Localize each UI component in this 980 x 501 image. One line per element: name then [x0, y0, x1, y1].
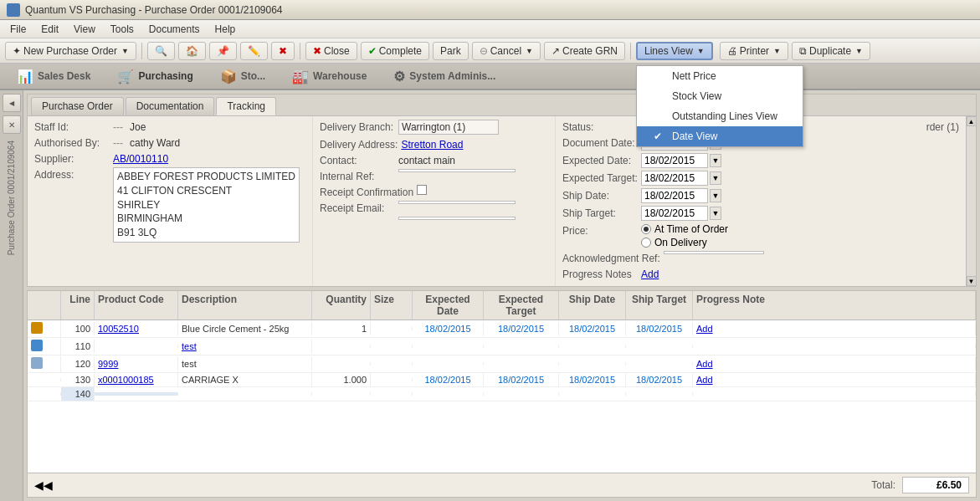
lines-view-stock-view[interactable]: Stock View [637, 86, 803, 106]
row1-expdate[interactable]: 18/02/2015 [413, 322, 484, 335]
price-at-time-option[interactable]: At Time of Order [641, 223, 728, 235]
sidebar-nav-close[interactable]: ✕ [3, 115, 21, 134]
lines-view-nett-price[interactable]: Nett Price [637, 66, 803, 86]
row1-size [371, 327, 413, 330]
grn-label: Create GRN [562, 45, 618, 57]
menu-edit[interactable]: Edit [34, 22, 65, 37]
system-admin-icon: ⚙ [393, 69, 405, 84]
menu-bar: File Edit View Tools Documents Help [0, 20, 980, 38]
receipt-confirmation-checkbox[interactable] [417, 185, 427, 195]
internal-ref-input[interactable] [398, 169, 516, 172]
row1-note[interactable]: Add [693, 322, 976, 335]
auth-code: --- [113, 135, 123, 149]
row4-shiptgt[interactable]: 18/02/2015 [626, 373, 693, 386]
park-button[interactable]: Park [433, 42, 469, 60]
complete-button[interactable]: ✔ Complete [361, 42, 429, 60]
nav-purchasing[interactable]: 🛒 Purchasing [104, 64, 206, 89]
side-panel: ◀ ✕ Purchase Order 0001/2109064 [0, 90, 23, 501]
row2-qty [312, 345, 371, 348]
address-row: Address: ABBEY FOREST PRODUCTS LIMITED 4… [34, 167, 305, 243]
scrollbar-up[interactable]: ▲ [967, 116, 977, 126]
price-on-delivery-radio[interactable] [641, 238, 651, 248]
row1-shiptgt[interactable]: 18/02/2015 [626, 322, 693, 335]
sidebar-nav-prev[interactable]: ◀ [3, 94, 21, 112]
price-at-time-radio[interactable] [641, 224, 651, 234]
search-icon[interactable] [31, 322, 43, 334]
nav-stock[interactable]: 📦 Sto... [207, 64, 279, 89]
tab-purchase-order[interactable]: Purchase Order [31, 97, 124, 115]
menu-tools[interactable]: Tools [104, 22, 141, 37]
info-icon[interactable] [31, 357, 43, 369]
supplier-link[interactable]: AB/0010110 [113, 151, 168, 165]
side-panel-label: Purchase Order 0001/2109064 [7, 141, 16, 255]
expected-target-picker[interactable]: ▼ [710, 171, 721, 185]
row3-size [371, 362, 413, 366]
row1-exptgt[interactable]: 18/02/2015 [484, 322, 559, 335]
pin-button[interactable]: 📌 [209, 42, 237, 60]
scrollbar-down[interactable]: ▼ [967, 276, 977, 286]
menu-documents[interactable]: Documents [142, 22, 207, 37]
expected-target-row: Expected Target: 18/02/2015 ▼ [562, 171, 959, 186]
receipt-email-input[interactable] [398, 201, 516, 204]
row3-exptgt [484, 362, 559, 366]
table-nav-left[interactable]: ◀◀ [34, 478, 53, 492]
ship-target-picker[interactable]: ▼ [710, 207, 721, 220]
row3-product[interactable]: 9999 [95, 357, 178, 371]
nav-sales-desk[interactable]: 📊 Sales Desk [3, 64, 104, 89]
warehouse-label: Warehouse [313, 70, 367, 82]
close-button[interactable]: ✖ Close [305, 42, 357, 60]
create-grn-button[interactable]: ↗ Create GRN [544, 42, 625, 60]
system-admin-label: System Adminis... [409, 70, 495, 82]
ship-date-picker[interactable]: ▼ [710, 189, 721, 202]
ack-ref-input[interactable] [664, 251, 764, 254]
address-line3: SHIRLEY [117, 198, 295, 212]
edit-icon[interactable] [31, 340, 43, 351]
tab-tracking[interactable]: Tracking [216, 97, 276, 115]
menu-view[interactable]: View [67, 22, 102, 37]
row1-ship[interactable]: 18/02/2015 [559, 322, 626, 335]
price-on-delivery-option[interactable]: On Delivery [641, 237, 728, 248]
row2-ship [559, 345, 626, 348]
lines-view-button[interactable]: Lines View ▼ [636, 42, 713, 60]
row2-desc[interactable]: test [178, 340, 312, 353]
expected-target-input[interactable]: 18/02/2015 [641, 171, 708, 186]
lines-view-outstanding[interactable]: Outstanding Lines View [637, 106, 803, 126]
search-button[interactable]: 🔍 [147, 42, 175, 60]
th-progress-note: Progress Note [693, 291, 976, 320]
duplicate-button[interactable]: ⧉ Duplicate ▼ [792, 42, 870, 60]
row4-exptgt[interactable]: 18/02/2015 [484, 373, 559, 386]
edit-button[interactable]: ✏️ [240, 42, 268, 60]
status-label: Status: [562, 120, 638, 133]
delivery-address-link[interactable]: Stretton Road [401, 137, 463, 151]
th-size: Size [371, 291, 413, 320]
delete-button[interactable]: ✖ [271, 42, 295, 60]
expected-date-input[interactable]: 18/02/2015 [641, 153, 708, 168]
menu-file[interactable]: File [3, 22, 33, 37]
extra-input[interactable] [398, 217, 516, 220]
row5-shiptgt [626, 392, 693, 396]
tab-documentation[interactable]: Documentation [126, 97, 215, 115]
expected-date-picker[interactable]: ▼ [710, 154, 721, 167]
row1-desc: Blue Circle Cement - 25kg [178, 322, 312, 335]
row3-note[interactable]: Add [693, 357, 976, 371]
authorised-by-label: Authorised By: [34, 135, 110, 149]
row4-note[interactable]: Add [693, 373, 976, 386]
lines-view-date-view[interactable]: ✔ Date View [637, 126, 803, 146]
delivery-branch-input[interactable]: Warrington (1) [398, 120, 499, 135]
nav-system-admin[interactable]: ⚙ System Adminis... [380, 64, 509, 89]
row4-expdate[interactable]: 18/02/2015 [413, 373, 484, 386]
row4-ship[interactable]: 18/02/2015 [559, 373, 626, 386]
content-area: Purchase Order Documentation Tracking St… [23, 90, 980, 501]
row4-product[interactable]: x0001000185 [95, 373, 178, 386]
new-purchase-order-button[interactable]: ✦ New Purchase Order ▼ [5, 42, 136, 60]
row1-product[interactable]: 10052510 [95, 322, 178, 335]
ship-target-input[interactable]: 18/02/2015 [641, 206, 708, 221]
ship-date-input[interactable]: 18/02/2015 [641, 188, 708, 203]
home-button[interactable]: 🏠 [178, 42, 206, 60]
cancel-button[interactable]: ⊖ Cancel ▼ [472, 42, 541, 60]
menu-help[interactable]: Help [208, 22, 243, 37]
printer-label: Printer [740, 45, 769, 57]
printer-button[interactable]: 🖨 Printer ▼ [720, 42, 788, 60]
progress-notes-add-link[interactable]: Add [641, 267, 659, 280]
nav-warehouse[interactable]: 🏭 Warehouse [279, 64, 380, 89]
